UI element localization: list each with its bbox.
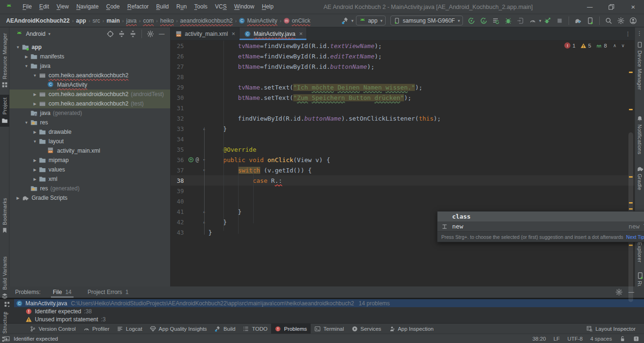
menu-tools[interactable]: Tools — [190, 0, 211, 14]
code-line[interactable]: 26 etName=findViewById(R.id.editTextName… — [171, 51, 635, 61]
restore-button[interactable] — [601, 0, 622, 14]
code-line[interactable]: 31 — [171, 103, 635, 113]
stripe-mark[interactable] — [629, 202, 633, 204]
tree-row[interactable]: ▶xml — [9, 174, 170, 184]
chevron-expanded-icon[interactable]: ▼ — [31, 139, 39, 144]
menu-run[interactable]: Run — [173, 0, 190, 14]
chevron-expanded-icon[interactable]: ▼ — [31, 74, 39, 78]
breadcrumb-item[interactable]: com — [142, 17, 154, 24]
chevron-collapsed-icon[interactable]: ▶ — [31, 102, 39, 106]
tree-row[interactable]: ▶Gradle Scripts — [9, 193, 170, 203]
menu-help[interactable]: Help — [258, 0, 277, 14]
menu-edit[interactable]: Edit — [35, 0, 53, 14]
tree-row[interactable]: ▼res — [9, 118, 170, 127]
breadcrumb-item[interactable]: AEAndroidKochbuch22 — [6, 17, 70, 24]
toolwindow-button-profiler[interactable]: Profiler — [80, 324, 113, 334]
chevron-collapsed-icon[interactable]: ▶ — [23, 55, 30, 59]
rerun-list-icon[interactable] — [490, 15, 502, 26]
menu-code[interactable]: Code — [102, 0, 124, 14]
tree-row[interactable]: ▼layout — [9, 137, 170, 146]
tab-list-kebab-icon[interactable]: ⋮ — [637, 30, 643, 37]
expand-all-icon[interactable] — [116, 28, 127, 40]
tree-row[interactable]: <>activity_main.xml — [9, 146, 170, 155]
collapse-all-icon[interactable] — [127, 28, 139, 40]
prev-error-chevron-icon[interactable]: ∧ — [611, 43, 618, 48]
tab-MainActivity.java[interactable]: CMainActivity.java× — [239, 27, 307, 40]
tree-row[interactable]: ▶manifests — [9, 52, 170, 61]
chevron-collapsed-icon[interactable]: ▶ — [14, 196, 22, 200]
tree-row[interactable]: ▼java — [9, 61, 170, 71]
menu-window[interactable]: Window — [231, 0, 258, 14]
code-line[interactable]: 39 — [171, 186, 635, 196]
hide-panel-icon[interactable]: — — [156, 28, 167, 40]
error-stripe-scrollbar[interactable] — [628, 41, 634, 286]
menu-build[interactable]: Build — [152, 0, 173, 14]
code-line[interactable]: 29 tvName.setText("Ich möchte Deinen Nam… — [171, 82, 635, 92]
breadcrumb-item[interactable]: app — [75, 17, 86, 24]
toolwindow-button-logcat[interactable]: Logcat — [113, 324, 146, 334]
problems-tab-file[interactable]: File14 — [51, 286, 74, 298]
inspection-widget[interactable]: ! 1 5 8 ∧ ∨ — [564, 42, 626, 49]
settings-gear-icon[interactable] — [615, 15, 627, 26]
toolwindow-button-app-inspection[interactable]: App Inspection — [385, 324, 438, 334]
settings-gear-icon[interactable] — [613, 286, 625, 298]
chevron-expanded-icon[interactable]: ▼ — [23, 64, 30, 68]
next-tip-link[interactable]: Next Tip — [626, 234, 644, 240]
toolwindow-button-problems[interactable]: Problems — [271, 324, 311, 334]
toolwindow-button-terminal[interactable]: Terminal — [311, 324, 347, 334]
chevron-collapsed-icon[interactable]: ▶ — [31, 177, 39, 181]
search-icon[interactable] — [603, 15, 615, 26]
chevron-collapsed-icon[interactable]: ▶ — [31, 168, 39, 172]
code-line[interactable]: 35 @Override — [171, 144, 635, 155]
stripe-button-project[interactable]: Project — [0, 95, 9, 126]
breadcrumb-item[interactable]: heiko — [160, 17, 174, 24]
group-by-icon[interactable] — [4, 301, 10, 308]
apply-code-changes-icon[interactable]: A — [478, 15, 490, 26]
stripe-button-bookmarks[interactable]: Bookmarks — [0, 195, 9, 237]
stripe-mark[interactable] — [629, 208, 633, 210]
toolwindow-button-app-quality-insights[interactable]: App Quality Insights — [146, 324, 211, 334]
tree-row[interactable]: ▶com.heiko.aeandroidkochbuch2(test) — [9, 99, 170, 108]
tree-row[interactable]: ▼com.heiko.aeandroidkochbuch2 — [9, 71, 170, 80]
tree-row[interactable]: ▼app — [9, 42, 170, 52]
code-line[interactable]: 33▵ } — [171, 123, 635, 134]
chevron-collapsed-icon[interactable]: ▶ — [31, 92, 39, 97]
code-line[interactable]: 27 btName=findViewById(R.id.buttonName); — [171, 61, 635, 72]
stop-icon[interactable] — [553, 15, 566, 26]
next-error-chevron-icon[interactable]: ∨ — [620, 43, 626, 48]
chevron-collapsed-icon[interactable]: ▶ — [31, 130, 39, 134]
menu-view[interactable]: View — [53, 0, 73, 14]
chevron-down-icon[interactable]: ▾ — [351, 18, 354, 23]
notifications-alert-icon[interactable] — [633, 335, 639, 342]
device-dropdown[interactable]: samsung SM-G960F ▾ — [390, 16, 463, 25]
caret-position[interactable]: 38:20 — [532, 336, 546, 342]
toolwindow-button-todo[interactable]: TODO — [239, 324, 271, 334]
problem-row[interactable]: Unused import statement:3 — [14, 315, 644, 323]
code-line[interactable]: 37▿ switch (v.getId()) { — [171, 165, 635, 175]
close-icon[interactable]: × — [299, 30, 303, 37]
stripe-mark[interactable] — [629, 245, 633, 246]
tree-row[interactable]: ▶values — [9, 165, 170, 174]
stripe-mark[interactable] — [629, 72, 633, 73]
attach-debugger-icon[interactable] — [514, 15, 527, 26]
tree-row[interactable]: java(generated) — [9, 108, 170, 118]
code-line[interactable]: 30 btName.setText("Zum Speichern Button … — [171, 92, 635, 103]
problems-tab-project-errors[interactable]: Project Errors1 — [86, 286, 131, 298]
toolwindow-button-version-control[interactable]: Version Control — [26, 324, 80, 334]
breadcrumb-item[interactable]: main — [106, 17, 120, 24]
completion-item-class[interactable]: class — [438, 212, 644, 221]
toolwindow-button-layout-inspector[interactable]: Layout Inspector — [583, 324, 639, 334]
stripe-button-device-manager[interactable]: Device Manager — [635, 39, 644, 93]
profileable-icon[interactable] — [541, 15, 553, 26]
account-icon[interactable] — [627, 15, 639, 26]
profiler-icon[interactable] — [527, 15, 539, 26]
run-restart-icon[interactable] — [465, 15, 478, 26]
build-hammer-icon[interactable] — [339, 15, 351, 26]
code-line[interactable]: 38 case R.: — [171, 175, 635, 186]
device-manager-icon[interactable] — [584, 15, 596, 26]
menu-vcs[interactable]: VCS — [211, 0, 231, 14]
tab-options-kebab-icon[interactable]: ⋮ — [621, 27, 635, 40]
stripe-mark[interactable] — [629, 109, 633, 110]
close-button[interactable]: × — [622, 0, 644, 14]
code-line[interactable]: 34 — [171, 134, 635, 144]
